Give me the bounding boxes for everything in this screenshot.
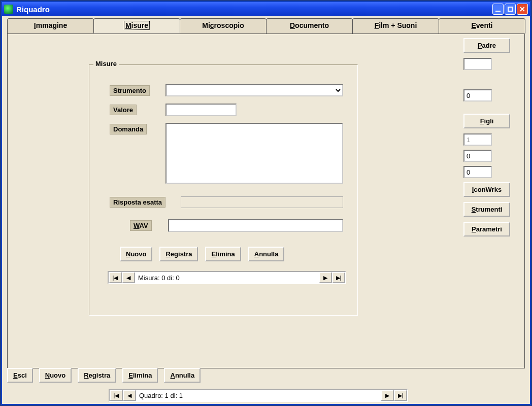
- annulla-button[interactable]: Annulla: [164, 368, 201, 383]
- figli-field-1[interactable]: [463, 133, 492, 146]
- misure-annulla-button[interactable]: Annulla: [248, 247, 285, 261]
- tab-film-suoni[interactable]: Film + Suoni: [352, 18, 439, 33]
- misure-nuovo-button[interactable]: Nuovo: [120, 247, 152, 261]
- padre-button[interactable]: Padre: [463, 38, 510, 53]
- misure-groupbox: Strumento Valore Domanda Risposta esatta…: [89, 64, 358, 316]
- misure-record-nav: |◀ ◀ Misura: 0 di: 0 ▶ ▶|: [108, 271, 346, 284]
- right-column: Padre Figli IconWrks Strumenti Parametri: [463, 38, 519, 242]
- figli-field-3[interactable]: [463, 166, 492, 178]
- tab-misure[interactable]: Misure: [93, 18, 180, 33]
- misure-nav-last-icon[interactable]: ▶|: [332, 272, 345, 283]
- window: Riquadro ✕ Immagine Misure Microscopio D…: [1, 1, 531, 405]
- esci-button[interactable]: Esci: [7, 368, 33, 383]
- strumenti-button[interactable]: Strumenti: [463, 202, 510, 217]
- strumento-combo[interactable]: [165, 84, 343, 96]
- tab-documento[interactable]: Documento: [266, 18, 353, 33]
- misure-registra-button[interactable]: Registra: [159, 247, 198, 261]
- wav-input[interactable]: [168, 219, 343, 232]
- maximize-button[interactable]: [505, 4, 516, 15]
- tab-immagine[interactable]: Immagine: [7, 18, 94, 33]
- misure-nav-text: Misura: 0 di: 0: [135, 272, 319, 283]
- tab-body: Strumento Valore Domanda Risposta esatta…: [7, 33, 525, 368]
- risposta-input[interactable]: [181, 196, 343, 208]
- figli-field-2[interactable]: [463, 150, 492, 162]
- close-button[interactable]: ✕: [517, 4, 528, 15]
- registra-button[interactable]: Registra: [78, 368, 116, 383]
- parametri-button[interactable]: Parametri: [463, 222, 510, 236]
- bottom-buttons: Esci Nuovo Registra Elimina Annulla: [7, 368, 201, 383]
- titlebar: Riquadro ✕: [2, 2, 530, 16]
- tab-eventi[interactable]: Eventi: [439, 18, 525, 33]
- quadro-nav-last-icon[interactable]: ▶|: [394, 390, 407, 401]
- misure-nav-prev-icon[interactable]: ◀: [122, 272, 135, 283]
- nuovo-button[interactable]: Nuovo: [39, 368, 72, 383]
- tab-microscopio[interactable]: Microscopio: [180, 18, 267, 33]
- app-icon: [4, 5, 13, 14]
- misure-nav-next-icon[interactable]: ▶: [319, 272, 332, 283]
- valore-input[interactable]: [165, 104, 237, 116]
- tab-bar: Immagine Misure Microscopio Documento Fi…: [2, 18, 530, 33]
- window-title: Riquadro: [16, 5, 50, 14]
- domanda-label: Domanda: [110, 124, 147, 134]
- quadro-nav-text: Quadro: 1 di: 1: [136, 390, 381, 401]
- misure-elimina-button[interactable]: Elimina: [205, 247, 241, 261]
- iconwrks-button[interactable]: IconWrks: [463, 182, 510, 197]
- elimina-button[interactable]: Elimina: [122, 368, 158, 383]
- quadro-nav-next-icon[interactable]: ▶: [381, 390, 394, 401]
- client-area: Immagine Misure Microscopio Documento Fi…: [2, 18, 530, 406]
- quadro-nav-first-icon[interactable]: |◀: [110, 390, 123, 401]
- misure-nav-first-icon[interactable]: |◀: [109, 272, 122, 283]
- risposta-label: Risposta esatta: [110, 197, 165, 208]
- padre-field[interactable]: [463, 58, 492, 70]
- strumento-label: Strumento: [110, 85, 150, 96]
- valore-label: Valore: [110, 105, 137, 115]
- domanda-textarea[interactable]: [165, 123, 343, 184]
- quadro-record-nav: |◀ ◀ Quadro: 1 di: 1 ▶ ▶|: [109, 389, 408, 402]
- quadro-nav-prev-icon[interactable]: ◀: [123, 390, 136, 401]
- minimize-button[interactable]: [492, 4, 504, 15]
- wav-label: WAV: [130, 220, 152, 231]
- figli-button[interactable]: Figli: [463, 114, 510, 128]
- padre-zero-field[interactable]: [463, 89, 492, 101]
